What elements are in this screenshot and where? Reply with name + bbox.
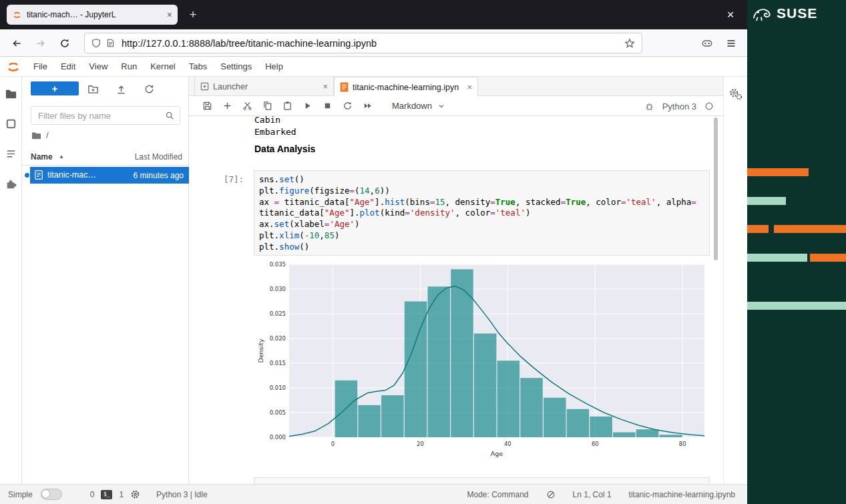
breadcrumb[interactable]: / bbox=[31, 130, 49, 140]
svg-text:0: 0 bbox=[331, 441, 335, 447]
menu-file[interactable]: File bbox=[27, 57, 54, 77]
command-mode-indicator[interactable]: Mode: Command bbox=[467, 490, 528, 499]
forward-button[interactable] bbox=[32, 35, 49, 52]
notebook-tab-icon bbox=[340, 82, 349, 92]
menu-view[interactable]: View bbox=[82, 57, 114, 77]
privacy-mask-icon[interactable] bbox=[698, 35, 716, 52]
menu-help[interactable]: Help bbox=[258, 57, 290, 77]
file-row-selected[interactable]: titanic-mac… 6 minutes ago bbox=[30, 167, 189, 184]
column-name[interactable]: Name bbox=[31, 152, 53, 162]
file-filter-box[interactable] bbox=[31, 106, 180, 125]
simple-mode-toggle[interactable] bbox=[41, 489, 62, 500]
debugger-bug-icon[interactable] bbox=[644, 101, 654, 111]
column-last-modified[interactable]: Last Modified bbox=[135, 152, 182, 162]
jupyter-favicon bbox=[12, 10, 22, 20]
notebook-scrollbar[interactable] bbox=[714, 117, 718, 260]
new-tab-button[interactable]: + bbox=[184, 6, 202, 23]
statusbar-filename: titanic-machine-learning.ipynb bbox=[629, 490, 735, 499]
url-bar[interactable] bbox=[84, 33, 642, 53]
tab-notebook[interactable]: titanic-machine-learning.ipyn × bbox=[334, 77, 478, 97]
age-density-chart: 0.0000.0050.0100.0150.0200.0250.0300.035… bbox=[256, 259, 707, 463]
home-folder-icon[interactable] bbox=[31, 131, 41, 140]
cut-cells-button[interactable] bbox=[241, 100, 253, 112]
jupyter-logo bbox=[5, 59, 21, 75]
chevron-down-icon bbox=[437, 102, 445, 110]
cell-type-dropdown[interactable]: Markdown bbox=[392, 101, 445, 111]
simple-mode-label: Simple bbox=[8, 490, 33, 499]
svg-text:0.000: 0.000 bbox=[270, 434, 286, 441]
next-cell-partial[interactable] bbox=[254, 477, 710, 484]
kernel-status-idle-icon[interactable] bbox=[704, 101, 714, 111]
menu-kernel[interactable]: Kernel bbox=[144, 57, 182, 77]
page-info-icon[interactable] bbox=[106, 38, 115, 48]
svg-text:0.030: 0.030 bbox=[270, 286, 286, 292]
running-sessions-icon[interactable] bbox=[5, 117, 17, 130]
new-launcher-button[interactable]: + bbox=[31, 81, 79, 95]
terminal-icon[interactable]: $_ bbox=[101, 490, 112, 499]
url-input[interactable] bbox=[120, 37, 619, 49]
save-button[interactable] bbox=[201, 100, 213, 112]
cursor-position[interactable]: Ln 1, Col 1 bbox=[573, 490, 612, 499]
browser-titlebar: titanic-mach… - JupyterL × + × bbox=[0, 0, 747, 29]
notifications-off-icon[interactable] bbox=[546, 490, 556, 499]
insert-cell-button[interactable] bbox=[221, 100, 233, 112]
new-folder-button[interactable] bbox=[86, 82, 99, 95]
code-cell[interactable]: sns.set()plt.figure(figsize=(14,6))ax = … bbox=[254, 170, 710, 256]
figure-output: 0.0000.0050.0100.0150.0200.0250.0300.035… bbox=[256, 259, 707, 463]
file-name: titanic-mac… bbox=[47, 170, 96, 180]
svg-text:0.015: 0.015 bbox=[270, 360, 286, 366]
bookmark-star-icon[interactable] bbox=[624, 38, 635, 49]
notebook-scroll-area[interactable]: Cabin Embarked Data Analysis [7]: sns.se… bbox=[189, 116, 723, 484]
file-filter-input[interactable] bbox=[37, 110, 165, 121]
menu-run[interactable]: Run bbox=[114, 57, 144, 77]
svg-text:20: 20 bbox=[417, 441, 424, 447]
jupyterlab-menubar: File Edit View Run Kernel Tabs Settings … bbox=[0, 57, 747, 77]
window-close-button[interactable]: × bbox=[722, 6, 739, 23]
reload-button[interactable] bbox=[56, 35, 73, 52]
extension-manager-icon[interactable] bbox=[5, 178, 17, 190]
suse-stripe bbox=[747, 225, 769, 233]
file-list-header: Name ▲ Last Modified bbox=[22, 149, 189, 166]
upload-button[interactable] bbox=[114, 82, 128, 95]
kernels-count[interactable]: 1 bbox=[119, 490, 124, 499]
notebook-file-icon bbox=[35, 170, 43, 180]
file-browser-panel: + / Name ▲ Last Modified bbox=[22, 77, 189, 484]
code-cell-content: sns.set()plt.figure(figsize=(14,6))ax = … bbox=[259, 174, 704, 253]
launcher-icon bbox=[200, 82, 209, 91]
copy-cells-button[interactable] bbox=[261, 100, 273, 112]
suse-stripe bbox=[747, 168, 809, 176]
sort-ascending-icon[interactable]: ▲ bbox=[59, 154, 64, 160]
kernels-gear-icon[interactable] bbox=[130, 489, 140, 499]
tab-launcher[interactable]: Launcher × bbox=[194, 77, 334, 96]
paste-cells-button[interactable] bbox=[281, 100, 293, 112]
menu-edit[interactable]: Edit bbox=[54, 57, 82, 77]
suse-stripe bbox=[810, 254, 846, 262]
close-tab-icon[interactable]: × bbox=[467, 82, 472, 92]
close-tab-icon[interactable]: × bbox=[323, 81, 328, 91]
menu-hamburger-icon[interactable] bbox=[722, 35, 740, 52]
file-browser-icon[interactable] bbox=[5, 87, 17, 100]
property-inspector-gears-icon[interactable] bbox=[728, 87, 743, 101]
restart-run-all-button[interactable] bbox=[361, 100, 373, 112]
svg-text:0.025: 0.025 bbox=[270, 310, 286, 317]
terminals-count[interactable]: 0 bbox=[90, 490, 95, 499]
tab-close-icon[interactable]: × bbox=[167, 9, 172, 20]
refresh-file-list-button[interactable] bbox=[142, 82, 156, 95]
restart-kernel-button[interactable] bbox=[341, 100, 353, 112]
back-button[interactable] bbox=[8, 35, 25, 52]
dock-tab-bar: Launcher × titanic-machine-learning.ipyn… bbox=[189, 77, 723, 96]
kernel-name[interactable]: Python 3 bbox=[662, 101, 696, 111]
menu-tabs[interactable]: Tabs bbox=[182, 57, 214, 77]
browser-tab[interactable]: titanic-mach… - JupyterL × bbox=[7, 5, 178, 25]
markdown-heading: Data Analysis bbox=[254, 144, 315, 154]
svg-text:60: 60 bbox=[592, 441, 599, 447]
menu-settings[interactable]: Settings bbox=[214, 57, 258, 77]
table-of-contents-icon[interactable] bbox=[5, 148, 17, 160]
kernel-status-text[interactable]: Python 3 | Idle bbox=[156, 490, 208, 499]
svg-text:Age: Age bbox=[491, 450, 503, 457]
suse-stripe bbox=[747, 254, 807, 262]
interrupt-kernel-button[interactable] bbox=[321, 100, 333, 112]
run-cell-button[interactable] bbox=[301, 100, 313, 112]
breadcrumb-root[interactable]: / bbox=[46, 130, 49, 140]
tracking-shield-icon[interactable] bbox=[91, 38, 101, 48]
